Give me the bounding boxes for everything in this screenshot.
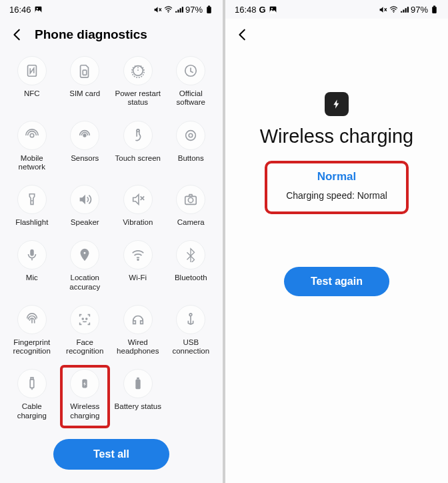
tile-wifi[interactable]: Wi-Fi (111, 236, 165, 301)
svg-point-34 (271, 7, 272, 9)
sensors-icon (70, 121, 99, 150)
headphones-icon (123, 305, 153, 334)
tile-wireless[interactable]: Wireless charging (59, 365, 112, 430)
battery-icon (123, 369, 153, 398)
tile-label: Official software (166, 89, 217, 107)
tile-label: Face recognition (60, 338, 111, 356)
tile-sim[interactable]: SIM card (59, 52, 112, 117)
tile-power[interactable]: Power restart status (111, 52, 165, 117)
tile-bluetooth[interactable]: Bluetooth (165, 236, 218, 301)
tile-software[interactable]: Official software (165, 52, 218, 117)
tile-label: Vibration (123, 218, 153, 227)
wifi-icon (389, 5, 398, 14)
tile-speaker[interactable]: Speaker (59, 181, 112, 236)
svg-point-12 (83, 134, 86, 137)
tile-label: Fingerprint recognition (7, 338, 57, 356)
result-status: Normal (286, 170, 387, 183)
tile-label: SIM card (69, 89, 100, 98)
test-again-button[interactable]: Test again (284, 267, 389, 296)
tile-sensors[interactable]: Sensors (59, 117, 112, 181)
face-icon (70, 305, 99, 334)
wireless-charging-result-screen: 16:48 G 97% Wireless charging Normal Cha… (225, 0, 448, 483)
tile-label: Buttons (178, 154, 204, 163)
wireless-icon (70, 369, 99, 398)
svg-rect-28 (31, 378, 33, 380)
tile-flashlight[interactable]: Flashlight (5, 181, 59, 236)
svg-point-11 (30, 133, 34, 137)
svg-point-14 (186, 130, 196, 140)
status-time: 16:48 (235, 5, 257, 15)
svg-rect-8 (83, 70, 87, 75)
tile-touch[interactable]: Touch screen (111, 117, 165, 181)
svg-point-37 (393, 11, 395, 13)
mute-icon (379, 5, 387, 14)
usb-icon (176, 305, 205, 334)
tile-buttons[interactable]: Buttons (165, 117, 218, 181)
tile-label: Mic (26, 274, 38, 282)
status-bar: 16:48 G 97% (225, 0, 448, 19)
tile-label: Flashlight (15, 218, 48, 227)
nfc-icon (17, 56, 47, 85)
camera-icon (176, 185, 205, 214)
wifi-icon (164, 5, 173, 14)
result-title: Wireless charging (260, 125, 413, 147)
tile-vibration[interactable]: Vibration (111, 181, 165, 236)
location-icon (70, 240, 99, 270)
tile-usb[interactable]: USB connection (165, 301, 218, 366)
svg-point-4 (168, 11, 169, 13)
status-battery-pct: 97% (185, 5, 203, 15)
phone-diagnostics-screen: 16:46 97% Phone diagnostics NFCSIM cardP… (0, 0, 223, 483)
svg-point-20 (189, 197, 193, 202)
svg-point-25 (86, 318, 87, 320)
mic-icon (17, 240, 47, 270)
svg-rect-38 (432, 7, 437, 13)
power-icon (123, 56, 153, 85)
tile-label: Wired headphones (113, 338, 163, 356)
speaker-icon (70, 185, 99, 214)
tile-location[interactable]: Location accuracy (59, 236, 112, 301)
header (225, 19, 448, 52)
touch-icon (123, 121, 153, 150)
battery-icon (430, 5, 439, 14)
tile-cable[interactable]: Cable charging (5, 365, 59, 430)
back-button[interactable] (9, 27, 25, 43)
header: Phone diagnostics (0, 19, 223, 52)
bluetooth-icon (176, 240, 205, 270)
tile-camera[interactable]: Camera (165, 181, 218, 236)
tile-battery[interactable]: Battery status (111, 365, 165, 430)
sim-icon (70, 56, 99, 85)
page-title: Phone diagnostics (35, 27, 147, 42)
tile-label: Mobile network (7, 154, 57, 171)
tile-label: Cable charging (7, 402, 57, 420)
fingerprint-icon (17, 305, 47, 334)
mute-icon (153, 5, 162, 14)
result-panel: Wireless charging Normal Charging speed:… (225, 52, 448, 483)
status-app-indicator: G (259, 5, 266, 15)
result-detail: Charging speed: Normal (286, 190, 387, 201)
svg-rect-6 (208, 5, 210, 7)
result-box: Normal Charging speed: Normal (265, 161, 409, 214)
flashlight-icon (17, 185, 47, 214)
image-icon (269, 5, 277, 14)
tile-headphones[interactable]: Wired headphones (111, 301, 165, 366)
signal-icon (175, 5, 183, 14)
back-button[interactable] (235, 27, 251, 43)
image-icon (34, 5, 43, 14)
cable-icon (17, 369, 47, 398)
tile-nfc[interactable]: NFC (5, 52, 59, 117)
tile-label: USB connection (166, 338, 217, 356)
tile-mic[interactable]: Mic (5, 236, 59, 301)
tile-fingerprint[interactable]: Fingerprint recognition (5, 301, 59, 366)
software-icon (176, 56, 205, 85)
svg-rect-31 (135, 380, 140, 390)
tile-face[interactable]: Face recognition (59, 301, 112, 366)
tile-mobile[interactable]: Mobile network (5, 117, 59, 181)
battery-icon (205, 5, 213, 14)
mobile-icon (17, 121, 47, 150)
svg-point-24 (83, 318, 84, 320)
test-all-button[interactable]: Test all (53, 439, 169, 470)
signal-icon (400, 5, 409, 14)
svg-point-26 (189, 314, 192, 316)
tile-label: Camera (177, 218, 205, 227)
diagnostics-grid: NFCSIM cardPower restart statusOfficial … (0, 52, 223, 430)
